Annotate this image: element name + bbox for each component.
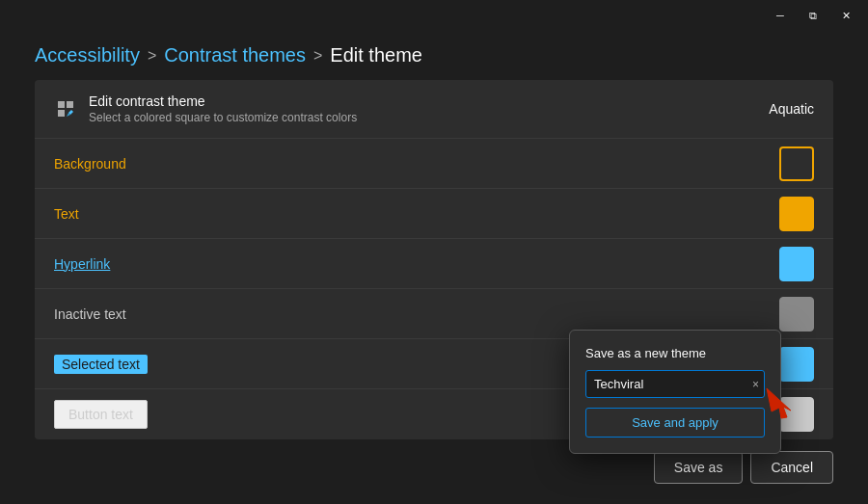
edit-title: Edit contrast theme xyxy=(89,93,357,109)
edit-subtitle: Select a colored square to customize con… xyxy=(89,111,357,124)
inactive-swatch[interactable] xyxy=(779,297,814,332)
color-row-hyperlink: Hyperlink xyxy=(35,239,833,289)
save-popup-input[interactable] xyxy=(585,370,765,398)
close-button[interactable]: ✕ xyxy=(831,6,860,25)
edit-title-block: Edit contrast theme Select a colored squ… xyxy=(89,93,357,124)
breadcrumb: Accessibility > Contrast themes > Edit t… xyxy=(0,31,868,80)
breadcrumb-sep-1: > xyxy=(148,47,156,65)
selected-text-label: Selected text xyxy=(54,355,148,374)
background-swatch[interactable] xyxy=(779,146,814,181)
text-label: Text xyxy=(54,206,79,222)
maximize-button[interactable]: ⧉ xyxy=(799,6,827,25)
theme-name: Aquatic xyxy=(769,101,814,117)
save-popup-clear-button[interactable]: × xyxy=(752,379,759,390)
breadcrumb-accessibility[interactable]: Accessibility xyxy=(35,44,140,66)
edit-header-left: Edit contrast theme Select a colored squ… xyxy=(54,93,357,124)
color-row-background: Background xyxy=(35,139,833,189)
save-popup: Save as a new theme × Save and apply xyxy=(569,330,781,454)
svg-rect-2 xyxy=(58,110,65,117)
hyperlink-swatch[interactable] xyxy=(779,247,814,281)
button-text-label[interactable]: Button text xyxy=(54,400,148,429)
title-bar: ─ ⧉ ✕ xyxy=(0,0,868,31)
breadcrumb-sep-2: > xyxy=(313,47,322,65)
minimize-button[interactable]: ─ xyxy=(766,6,795,25)
save-popup-title: Save as a new theme xyxy=(585,346,765,360)
cancel-button[interactable]: Cancel xyxy=(750,451,833,484)
color-row-text: Text xyxy=(35,189,833,239)
svg-rect-0 xyxy=(58,101,65,108)
hyperlink-label[interactable]: Hyperlink xyxy=(54,256,110,272)
breadcrumb-edit-theme: Edit theme xyxy=(330,44,422,66)
text-swatch[interactable] xyxy=(779,197,814,231)
background-label: Background xyxy=(54,156,126,172)
inactive-label: Inactive text xyxy=(54,306,126,322)
save-popup-input-wrap: × xyxy=(585,370,765,398)
svg-rect-1 xyxy=(67,101,73,108)
save-and-apply-button[interactable]: Save and apply xyxy=(585,408,765,438)
button-text-swatch[interactable] xyxy=(779,397,814,432)
edit-theme-icon xyxy=(54,97,77,120)
selected-text-swatch[interactable] xyxy=(779,347,814,382)
edit-header: Edit contrast theme Select a colored squ… xyxy=(35,80,833,139)
save-as-button[interactable]: Save as xyxy=(654,451,744,484)
breadcrumb-contrast-themes[interactable]: Contrast themes xyxy=(164,44,306,66)
